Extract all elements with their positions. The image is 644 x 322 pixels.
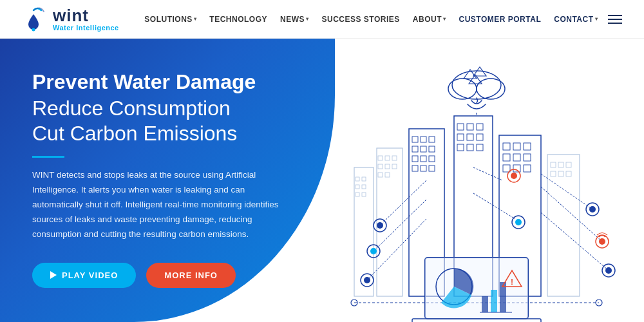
hero-title-bold: Prevent Water Damage [32, 71, 296, 93]
svg-rect-24 [412, 137, 418, 142]
svg-rect-18 [378, 164, 383, 169]
svg-rect-52 [524, 154, 531, 161]
svg-rect-53 [503, 165, 510, 172]
svg-rect-50 [503, 154, 510, 161]
hamburger-menu[interactable] [605, 12, 625, 26]
svg-rect-29 [429, 146, 435, 152]
svg-rect-37 [457, 124, 464, 130]
svg-rect-17 [392, 156, 397, 160]
logo[interactable]: wint Water Intelligence [19, 5, 119, 33]
svg-rect-62 [566, 171, 571, 176]
svg-point-86 [515, 219, 522, 225]
svg-rect-25 [421, 137, 426, 142]
svg-rect-59 [566, 162, 571, 167]
hero-description: WINT detects and stops leaks at the sour… [32, 168, 283, 242]
hero-content: Prevent Water Damage Reduce Consumption … [0, 39, 322, 322]
svg-rect-55 [524, 165, 531, 172]
svg-point-68 [370, 248, 377, 254]
svg-rect-49 [524, 143, 531, 150]
hero-divider [32, 156, 64, 158]
svg-rect-93 [482, 296, 488, 312]
nav-solutions[interactable]: SOLUTIONS▾ [139, 11, 202, 28]
cloud-group [448, 67, 505, 109]
play-video-button[interactable]: PLAY VIDEO [32, 263, 136, 288]
svg-line-84 [473, 193, 515, 219]
svg-rect-16 [385, 156, 390, 160]
svg-rect-30 [412, 156, 418, 162]
logo-text: wint Water Intelligence [53, 7, 119, 32]
nav-success-stories[interactable]: SUCCESS STORIES [317, 11, 405, 28]
svg-line-81 [473, 167, 502, 180]
hero-illustration: ! [309, 52, 644, 322]
city-svg: ! [309, 52, 644, 322]
svg-point-0 [32, 28, 35, 31]
svg-rect-99 [412, 319, 541, 322]
main-nav: SOLUTIONS▾ TECHNOLOGY NEWS▾ SUCCESS STOR… [139, 11, 625, 28]
svg-rect-27 [412, 146, 418, 152]
svg-rect-48 [513, 143, 520, 150]
svg-rect-34 [421, 166, 426, 171]
svg-text:!: ! [511, 278, 513, 287]
svg-rect-60 [551, 171, 556, 176]
svg-rect-54 [513, 165, 520, 172]
svg-rect-14 [377, 148, 402, 296]
svg-rect-58 [558, 162, 564, 167]
svg-rect-26 [429, 137, 435, 142]
nav-about[interactable]: ABOUT▾ [408, 11, 451, 28]
logo-subtitle: Water Intelligence [53, 24, 119, 32]
logo-icon [19, 5, 48, 33]
svg-point-65 [377, 222, 383, 229]
nav-news[interactable]: NEWS▾ [275, 11, 314, 28]
svg-rect-42 [477, 134, 483, 140]
svg-rect-22 [385, 173, 390, 177]
svg-rect-33 [412, 166, 418, 171]
svg-rect-7 [354, 167, 374, 296]
more-info-button[interactable]: MORE INFO [146, 263, 236, 288]
svg-point-71 [364, 277, 370, 283]
svg-rect-8 [355, 177, 359, 181]
play-icon [50, 271, 57, 279]
svg-rect-10 [355, 185, 359, 189]
svg-rect-13 [362, 193, 366, 196]
svg-rect-57 [551, 162, 556, 167]
svg-point-74 [589, 206, 596, 213]
nav-contact[interactable]: CONTACT▾ [549, 11, 603, 28]
svg-rect-61 [558, 171, 564, 176]
svg-rect-19 [385, 164, 390, 169]
svg-point-83 [511, 173, 517, 179]
svg-rect-44 [467, 144, 473, 151]
svg-rect-43 [457, 144, 464, 151]
svg-point-80 [605, 267, 612, 274]
svg-point-1 [452, 71, 501, 99]
svg-rect-40 [457, 134, 464, 140]
svg-rect-20 [392, 164, 397, 169]
nav-customer-portal[interactable]: CUSTOMER PORTAL [453, 11, 546, 28]
svg-line-78 [541, 213, 609, 270]
svg-rect-9 [362, 177, 366, 181]
hero-section: Prevent Water Damage Reduce Consumption … [0, 39, 644, 322]
svg-rect-51 [513, 154, 520, 161]
svg-rect-39 [477, 124, 483, 130]
svg-rect-12 [355, 193, 359, 196]
hero-title-light: Reduce Consumption Cut Carbon Emissions [32, 96, 296, 146]
svg-rect-45 [477, 144, 483, 151]
svg-rect-41 [467, 134, 473, 140]
svg-rect-32 [429, 156, 435, 162]
logo-brand: wint [53, 7, 119, 24]
svg-rect-31 [421, 156, 426, 162]
hero-buttons: PLAY VIDEO MORE INFO [32, 263, 296, 288]
svg-rect-91 [425, 258, 528, 319]
svg-line-63 [380, 180, 426, 225]
svg-point-77 [599, 238, 605, 245]
nav-technology[interactable]: TECHNOLOGY [204, 11, 272, 28]
svg-rect-38 [467, 124, 473, 130]
svg-rect-47 [503, 143, 510, 150]
site-header: wint Water Intelligence SOLUTIONS▾ TECHN… [0, 0, 644, 39]
svg-rect-21 [378, 173, 383, 177]
svg-line-72 [541, 174, 592, 209]
svg-rect-28 [421, 146, 426, 152]
svg-rect-35 [429, 166, 435, 171]
svg-rect-11 [362, 185, 366, 189]
svg-rect-94 [491, 290, 497, 312]
svg-rect-15 [378, 156, 383, 160]
